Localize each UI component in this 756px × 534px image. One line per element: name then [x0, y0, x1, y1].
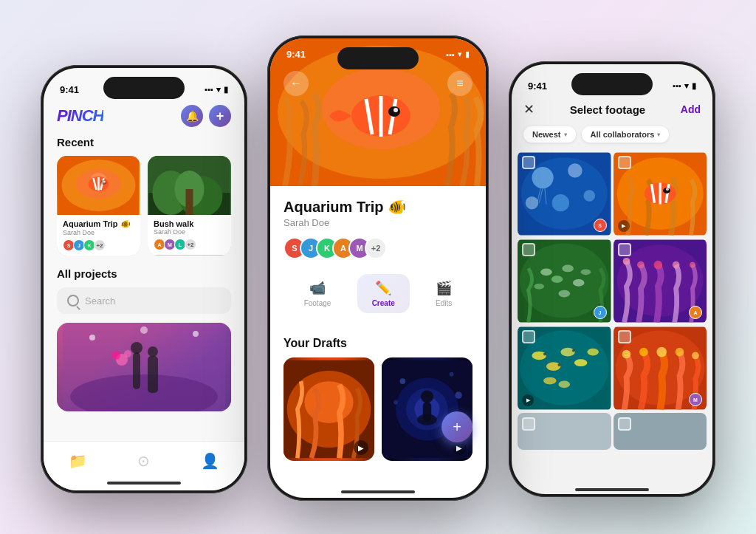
p3-filters: Newest ▾ All collaborators ▾ — [512, 126, 712, 151]
menu-button[interactable]: ≡ — [447, 71, 472, 96]
p2-time: 9:41 — [286, 49, 306, 60]
svg-point-57 — [526, 196, 539, 210]
fab-add-button[interactable]: + — [441, 411, 472, 442]
cell-2-checkbox[interactable] — [618, 156, 631, 169]
tab-profile[interactable]: 👤 — [201, 452, 219, 470]
cell-5-video-icon: ▶ — [522, 394, 534, 406]
svg-point-68 — [666, 188, 669, 191]
home-indicator — [107, 482, 181, 485]
bush-thumb — [148, 156, 231, 215]
svg-point-88 — [546, 362, 560, 371]
cell-8-checkbox[interactable] — [618, 417, 631, 431]
tab-files[interactable]: 📁 — [69, 452, 87, 470]
project-author: Sarah Doe — [284, 217, 472, 228]
grid-cell-2[interactable]: ▶ — [614, 151, 707, 236]
cell-5-checkbox[interactable] — [522, 330, 535, 343]
header-actions: 🔔 + — [181, 105, 231, 127]
tab-create[interactable]: ✏️ Create — [357, 274, 410, 313]
recent-card-aquarium[interactable]: Aquarium Trip 🐠 Sarah Doe S J K +2 — [57, 156, 140, 256]
svg-point-82 — [653, 261, 662, 270]
svg-point-74 — [573, 279, 585, 287]
recent-label: Recent — [44, 136, 244, 156]
pinch-logo: PINCH — [57, 106, 103, 126]
project-title: Aquarium Trip 🐠 — [284, 198, 472, 216]
cell-6-avatar: M — [689, 393, 702, 406]
filter-newest[interactable]: Newest ▾ — [523, 126, 576, 143]
draft-1-video-icon: ▶ — [354, 440, 368, 455]
grid-cell-6[interactable]: M — [614, 326, 707, 411]
tab-search-icon[interactable]: ⊙ — [137, 452, 150, 470]
svg-point-21 — [148, 346, 158, 357]
grid-cell-3[interactable]: J — [518, 239, 611, 324]
recent-card-bush[interactable]: Bush walk Sarah Doe A M L +2 — [148, 156, 231, 256]
drafts-label: Your Drafts — [270, 328, 486, 357]
svg-rect-45 — [423, 403, 431, 422]
svg-point-23 — [111, 351, 120, 360]
drafts-grid: ▶ — [270, 357, 486, 461]
tab-footage[interactable]: 📹 Footage — [289, 274, 346, 313]
phone-1-status-icons: ▪▪▪ ▾ ▮ — [205, 85, 228, 95]
svg-point-77 — [558, 290, 570, 298]
svg-point-76 — [534, 284, 544, 290]
svg-point-54 — [568, 163, 582, 177]
p3-add-button[interactable]: Add — [681, 103, 701, 115]
svg-rect-19 — [148, 356, 158, 393]
cell-3-avatar: J — [594, 306, 607, 319]
project-avatars: S J K A M +2 — [284, 237, 472, 259]
grid-cell-5[interactable]: ▶ — [518, 326, 611, 411]
svg-point-93 — [587, 349, 599, 356]
svg-point-71 — [540, 268, 552, 275]
svg-point-36 — [394, 108, 398, 112]
add-project-button[interactable]: + — [209, 105, 231, 127]
cell-6-checkbox[interactable] — [618, 330, 631, 343]
wifi-icon: ▾ — [216, 85, 221, 95]
cell-3-checkbox[interactable] — [522, 243, 535, 256]
card-2-sub: Sarah Doe — [154, 228, 225, 236]
svg-point-73 — [562, 265, 574, 273]
svg-point-9 — [103, 181, 106, 183]
app-scene: 9:41 ▪▪▪ ▾ ▮ PINCH 🔔 + Recent — [0, 0, 756, 534]
card-1-title: Aquarium Trip 🐠 — [63, 219, 134, 229]
svg-point-47 — [400, 378, 406, 384]
tab-edits[interactable]: 🎬 Edits — [421, 274, 467, 313]
phone-1-time: 9:41 — [60, 84, 79, 95]
grid-cell-8[interactable] — [614, 413, 707, 450]
cell-1-checkbox[interactable] — [522, 156, 535, 169]
svg-point-101 — [656, 347, 667, 357]
search-bar[interactable]: Search — [57, 287, 231, 314]
phone-3-notch — [571, 73, 653, 95]
project-wedding-thumb[interactable] — [57, 323, 231, 411]
footage-icon: 📹 — [309, 280, 326, 296]
p3-bottom-cells — [512, 411, 712, 456]
grid-cell-7[interactable] — [518, 413, 611, 450]
grid-cell-4[interactable]: A — [614, 239, 707, 324]
svg-point-39 — [304, 381, 353, 423]
p3-title: Select footage — [570, 103, 646, 116]
battery-icon: ▮ — [224, 85, 228, 95]
filter-collab-label: All collaborators — [591, 130, 655, 139]
svg-point-94 — [543, 353, 546, 356]
search-icon — [67, 295, 79, 307]
filter-collaborators[interactable]: All collaborators ▾ — [582, 126, 670, 143]
cell-4-avatar: A — [689, 306, 702, 319]
cell-7-checkbox[interactable] — [522, 417, 535, 431]
draft-card-2[interactable]: ▶ — [382, 357, 472, 461]
card-1-avatars: S J K +2 — [63, 239, 134, 251]
phone-1-notch — [103, 77, 185, 99]
svg-point-27 — [140, 326, 148, 334]
svg-point-84 — [690, 262, 695, 268]
p2-project-info: Aquarium Trip 🐠 Sarah Doe S J K A M +2 📹… — [270, 186, 486, 328]
cell-4-checkbox[interactable] — [618, 243, 631, 256]
svg-rect-15 — [186, 189, 193, 215]
draft-card-1[interactable]: ▶ — [284, 357, 374, 461]
signal-icon: ▪▪▪ — [205, 85, 213, 94]
svg-point-80 — [622, 258, 630, 265]
svg-point-72 — [551, 275, 563, 283]
svg-point-75 — [581, 269, 591, 275]
svg-point-48 — [450, 372, 454, 377]
notifications-button[interactable]: 🔔 — [181, 105, 203, 127]
p2-status-icons: ▪▪▪ ▾ ▮ — [446, 49, 470, 60]
close-button[interactable]: ✕ — [523, 101, 535, 117]
back-button[interactable]: ← — [284, 71, 309, 96]
grid-cell-1[interactable]: S — [518, 151, 611, 236]
